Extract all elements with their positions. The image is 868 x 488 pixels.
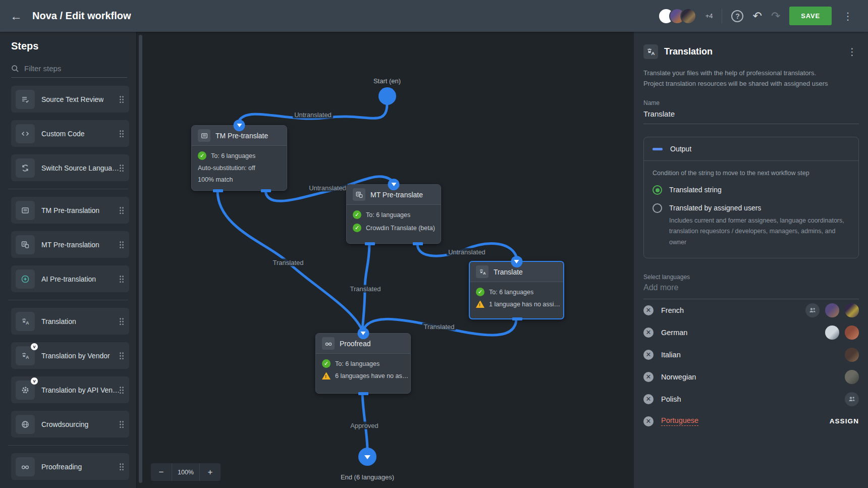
header-overflow-menu-icon[interactable]: ⋮ bbox=[841, 10, 855, 22]
radio-translated-string[interactable]: Translated string bbox=[653, 185, 850, 195]
drag-handle-icon[interactable] bbox=[119, 275, 124, 283]
back-arrow-icon[interactable]: ← bbox=[0, 9, 32, 23]
save-button[interactable]: SAVE bbox=[789, 7, 832, 25]
check-icon: ✓ bbox=[353, 210, 361, 219]
check-icon: ✓ bbox=[353, 224, 361, 232]
filter-steps-field[interactable] bbox=[11, 64, 127, 78]
avatar[interactable] bbox=[825, 303, 839, 317]
sidebar-item-switch-source-language[interactable]: Switch Source Langua… bbox=[11, 154, 129, 181]
edge-label-translated: Translated bbox=[422, 323, 456, 331]
node-mt-pre-translate[interactable]: G MT Pre-translate ✓To: 6 languages ✓Cro… bbox=[346, 184, 441, 244]
undo-icon[interactable]: ↶ bbox=[752, 11, 762, 22]
node-status-text: 6 languages have no as… bbox=[335, 372, 408, 379]
drag-handle-icon[interactable] bbox=[119, 420, 124, 428]
end-node-label: End (6 languages) bbox=[341, 473, 394, 481]
remove-language-icon[interactable]: ✕ bbox=[643, 372, 654, 382]
language-row-polish: ✕ Polish bbox=[643, 388, 859, 410]
sidebar-item-translation[interactable]: A Translation bbox=[11, 308, 129, 335]
panel-description: Translate your files with the help of pr… bbox=[643, 68, 859, 89]
add-language-input[interactable] bbox=[643, 281, 859, 299]
steps-sidebar: Steps Source Text Review Custom Code Swi… bbox=[0, 32, 136, 488]
sidebar-item-proofreading[interactable]: Proofreading bbox=[11, 453, 129, 480]
sidebar-item-crowdsourcing[interactable]: Crowdsourcing bbox=[11, 411, 129, 438]
drag-handle-icon[interactable] bbox=[119, 386, 124, 394]
start-node[interactable] bbox=[378, 87, 396, 105]
group-assignees-icon[interactable] bbox=[805, 303, 820, 317]
sidebar-item-ai-pre-translation[interactable]: AI Pre-translation bbox=[11, 265, 129, 292]
node-translate[interactable]: A Translate ✓To: 6 languages 1 language … bbox=[469, 261, 564, 319]
end-node[interactable] bbox=[358, 448, 376, 466]
radio-translated-by-assigned-users[interactable]: Translated by assigned users Includes cu… bbox=[653, 203, 850, 248]
drag-handle-icon[interactable] bbox=[119, 164, 124, 172]
svg-text:A: A bbox=[652, 50, 655, 56]
sidebar-group-divider bbox=[8, 445, 128, 446]
sidebar-group-divider bbox=[8, 189, 128, 189]
remove-language-icon[interactable]: ✕ bbox=[643, 305, 654, 315]
assign-button[interactable]: ASSIGN bbox=[830, 417, 859, 425]
node-title: Proofread bbox=[340, 340, 370, 348]
sidebar-item-translation-by-api-vendor[interactable]: v Translation by API Ven… bbox=[11, 376, 129, 403]
edge-label-untranslated: Untranslated bbox=[447, 248, 487, 256]
radio-unselected-icon[interactable] bbox=[653, 203, 662, 213]
avatar[interactable] bbox=[825, 326, 839, 340]
help-icon[interactable]: ? bbox=[731, 10, 743, 22]
group-assignees-icon[interactable] bbox=[845, 392, 859, 406]
drag-handle-icon[interactable] bbox=[119, 241, 124, 248]
translate-icon: A bbox=[21, 351, 30, 360]
redo-icon[interactable]: ↷ bbox=[771, 11, 780, 22]
workflow-canvas[interactable]: Start (en) Untranslated Untranslated Unt… bbox=[136, 32, 633, 488]
edge-label-untranslated: Untranslated bbox=[293, 111, 333, 119]
code-icon bbox=[21, 129, 30, 138]
avatars-overflow-count[interactable]: +4 bbox=[706, 12, 713, 20]
sidebar-item-mt-pre-translation[interactable]: G MT Pre-translation bbox=[11, 231, 129, 258]
node-status-text: To: 6 languages bbox=[366, 211, 410, 219]
avatar[interactable] bbox=[845, 303, 859, 317]
output-port[interactable] bbox=[213, 189, 223, 192]
zoom-toolbar: − 100% + bbox=[151, 463, 221, 481]
avatar[interactable] bbox=[845, 348, 859, 362]
language-name-unassigned: Portuguese bbox=[661, 416, 698, 426]
collaborator-avatars[interactable] bbox=[658, 8, 696, 24]
name-field-label: Name bbox=[643, 99, 859, 106]
vendor-badge: v bbox=[31, 343, 38, 350]
output-port[interactable] bbox=[512, 317, 522, 320]
output-port[interactable] bbox=[358, 392, 368, 395]
remove-language-icon[interactable]: ✕ bbox=[643, 394, 654, 404]
sidebar-item-tm-pre-translation[interactable]: TM Pre-translation bbox=[11, 197, 129, 224]
language-name: French bbox=[661, 306, 684, 314]
panel-overflow-menu-icon[interactable]: ⋮ bbox=[845, 46, 859, 58]
node-proofread[interactable]: Proofread ✓To: 6 languages 6 languages h… bbox=[315, 333, 411, 394]
gear-icon bbox=[21, 386, 30, 395]
radio-selected-icon[interactable] bbox=[653, 185, 662, 195]
search-icon bbox=[11, 65, 19, 73]
drag-handle-icon[interactable] bbox=[119, 317, 124, 325]
sidebar-item-translation-by-vendor[interactable]: A v Translation by Vendor bbox=[11, 342, 129, 369]
remove-language-icon[interactable]: ✕ bbox=[643, 328, 654, 338]
avatar[interactable] bbox=[845, 326, 859, 340]
sidebar-item-custom-code[interactable]: Custom Code bbox=[11, 120, 129, 147]
zoom-in-button[interactable]: + bbox=[200, 463, 221, 481]
remove-language-icon[interactable]: ✕ bbox=[643, 416, 654, 426]
drag-handle-icon[interactable] bbox=[119, 463, 124, 470]
sidebar-item-label: Switch Source Langua… bbox=[41, 164, 119, 172]
drag-handle-icon[interactable] bbox=[119, 95, 124, 103]
output-port[interactable] bbox=[261, 189, 271, 192]
node-tm-pre-translate[interactable]: TM Pre-translate ✓To: 6 languages Auto-s… bbox=[191, 125, 287, 191]
page-title: Nova / Edit workflow bbox=[32, 10, 131, 22]
filter-steps-input[interactable] bbox=[24, 64, 115, 73]
avatar[interactable] bbox=[680, 8, 696, 24]
avatar[interactable] bbox=[845, 370, 859, 384]
svg-text:A: A bbox=[26, 355, 29, 360]
output-port[interactable] bbox=[365, 242, 375, 245]
remove-language-icon[interactable]: ✕ bbox=[643, 350, 654, 360]
drag-handle-icon[interactable] bbox=[119, 206, 124, 214]
drag-handle-icon[interactable] bbox=[119, 352, 124, 359]
drag-handle-icon[interactable] bbox=[119, 130, 124, 137]
node-status-text: To: 6 languages bbox=[335, 360, 379, 367]
sidebar-item-label: Translation by API Ven… bbox=[41, 386, 119, 394]
name-input[interactable] bbox=[643, 106, 859, 124]
output-port[interactable] bbox=[413, 242, 423, 245]
zoom-out-button[interactable]: − bbox=[151, 463, 172, 481]
sidebar-item-source-text-review[interactable]: Source Text Review bbox=[11, 86, 129, 113]
text-review-icon bbox=[21, 95, 30, 104]
